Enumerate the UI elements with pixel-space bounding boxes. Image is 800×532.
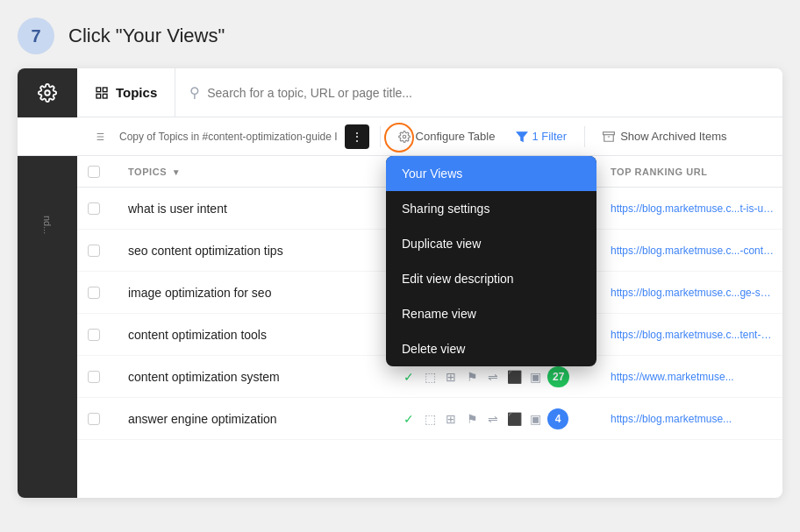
gear-icon[interactable]: [38, 83, 57, 103]
show-archived-label: Show Archived Items: [620, 130, 726, 143]
app-window: Topics ⚲ Copy of Topics in #content-opti…: [18, 68, 782, 498]
dropdown-item-delete-view[interactable]: Delete view: [386, 331, 596, 366]
toolbar-divider-2: [584, 126, 585, 147]
sidebar-panel: nd...: [18, 156, 77, 498]
col-topic-header[interactable]: TOPICS ▼: [121, 167, 393, 177]
row-topic: content optimization tools: [121, 328, 393, 342]
action-icon-1[interactable]: ⬚: [421, 368, 439, 386]
header-checkbox[interactable]: [88, 166, 100, 178]
row-url[interactable]: https://blog.marketmuse.c...tent-optimiz…: [604, 329, 782, 341]
search-input[interactable]: [207, 86, 768, 100]
filter-button[interactable]: 1 Filter: [509, 126, 574, 146]
list-view-icon[interactable]: [86, 127, 112, 146]
dropdown-item-rename-view[interactable]: Rename view: [386, 296, 596, 331]
row-check[interactable]: [77, 202, 121, 215]
nd-label: nd...: [42, 216, 53, 234]
configure-table-label: Configure Table: [416, 130, 496, 143]
action-icon-2[interactable]: ⊞: [442, 368, 460, 386]
score-badge: 4: [547, 408, 568, 429]
row-topic: image optimization for seo: [121, 286, 393, 300]
step-header: 7 Click "Your Views": [18, 18, 782, 54]
action-icon-6[interactable]: ▣: [526, 410, 544, 428]
delete-view-label: Delete view: [402, 342, 465, 356]
dropdown-item-sharing-settings[interactable]: Sharing settings: [386, 191, 596, 226]
row-topic: answer engine optimization: [121, 412, 393, 426]
dropdown-item-edit-description[interactable]: Edit view description: [386, 261, 596, 296]
row-topic: what is user intent: [121, 202, 393, 216]
dropdown-item-your-views[interactable]: Your Views: [386, 156, 596, 191]
row-actions: ✓ ⬚ ⊞ ⚑ ⇌ ⬛ ▣ 27: [393, 366, 604, 387]
row-check[interactable]: [77, 287, 121, 299]
row-url[interactable]: https://blog.marketmuse.c...-content-opt…: [604, 245, 782, 257]
topics-tab[interactable]: Topics: [77, 68, 175, 117]
action-icon-4[interactable]: ⇌: [484, 410, 502, 428]
your-views-label: Your Views: [402, 167, 462, 181]
filter-label: 1 Filter: [532, 130, 567, 143]
action-icon-3[interactable]: ⚑: [463, 368, 481, 386]
score-badge: 27: [547, 366, 569, 387]
row-url[interactable]: https://blog.marketmuse...: [604, 413, 782, 425]
dropdown-menu: Your Views Sharing settings Duplicate vi…: [386, 156, 596, 366]
sort-arrow-icon: ▼: [172, 167, 181, 177]
archive-icon: [603, 131, 615, 143]
topics-col-label: TOPICS: [128, 167, 167, 177]
copy-label: Copy of Topics in #content-optimization-…: [119, 131, 338, 143]
dropdown-item-duplicate-view[interactable]: Duplicate view: [386, 226, 596, 261]
svg-point-0: [45, 90, 50, 96]
row-actions: ✓ ⬚ ⊞ ⚑ ⇌ ⬛ ▣ 4: [393, 408, 604, 429]
url-col-label: TOP RANKING URL: [611, 167, 708, 177]
show-archived-button[interactable]: Show Archived Items: [596, 126, 733, 146]
sharing-settings-label: Sharing settings: [402, 202, 489, 216]
configure-icon: [398, 131, 411, 143]
col-check-header: [77, 166, 121, 178]
svg-rect-13: [604, 131, 615, 134]
filter-icon: [516, 131, 528, 143]
action-icon-2[interactable]: ⊞: [442, 410, 460, 428]
svg-marker-12: [518, 131, 528, 141]
step-title: Click "Your Views": [68, 25, 225, 47]
configure-table-button[interactable]: Configure Table: [391, 126, 503, 146]
rename-view-label: Rename view: [402, 307, 476, 321]
top-nav: Topics ⚲: [18, 68, 782, 117]
row-topic: content optimization system: [121, 370, 393, 384]
svg-rect-4: [103, 94, 107, 98]
duplicate-view-label: Duplicate view: [402, 237, 481, 251]
step-number: 7: [18, 18, 54, 54]
table-row: answer engine optimization ✓ ⬚ ⊞ ⚑ ⇌ ⬛ ▣…: [77, 398, 782, 440]
action-icon-1[interactable]: ⬚: [421, 410, 439, 428]
toolbar-divider: [380, 126, 381, 147]
action-icon-4[interactable]: ⇌: [484, 368, 502, 386]
search-icon: ⚲: [189, 84, 200, 101]
row-check[interactable]: [77, 371, 121, 383]
topics-tab-icon: [95, 86, 109, 100]
sidebar-gear: [18, 68, 77, 117]
check-icon: ✓: [400, 368, 418, 386]
edit-description-label: Edit view description: [402, 272, 514, 286]
row-url[interactable]: https://blog.marketmuse.c...t-is-user-in…: [604, 202, 782, 215]
row-topic: seo content optimization tips: [121, 244, 393, 258]
view-options-button[interactable]: ⋮: [345, 124, 369, 149]
svg-point-11: [403, 135, 406, 138]
search-bar: ⚲: [175, 68, 782, 117]
check-icon: ✓: [400, 410, 418, 428]
action-icon-3[interactable]: ⚑: [463, 410, 481, 428]
list-icon: [93, 131, 105, 143]
svg-rect-1: [96, 88, 101, 92]
svg-rect-2: [103, 88, 107, 92]
col-url-header: TOP RANKING URL: [604, 167, 782, 177]
topics-tab-label: Topics: [116, 85, 157, 100]
row-url[interactable]: https://www.marketmuse...: [604, 371, 782, 383]
three-dots-icon: ⋮: [351, 130, 363, 144]
action-icon-5[interactable]: ⬛: [505, 368, 523, 386]
row-check[interactable]: [77, 329, 121, 341]
svg-rect-3: [96, 94, 101, 98]
outer-container: 7 Click "Your Views" Topics ⚲: [0, 0, 800, 532]
row-url[interactable]: https://blog.marketmuse.c...ge-seo-how-t…: [604, 287, 782, 299]
row-check[interactable]: [77, 245, 121, 257]
action-icon-5[interactable]: ⬛: [505, 410, 523, 428]
toolbar: Copy of Topics in #content-optimization-…: [18, 117, 782, 156]
action-icon-6[interactable]: ▣: [526, 368, 544, 386]
row-check[interactable]: [77, 413, 121, 425]
